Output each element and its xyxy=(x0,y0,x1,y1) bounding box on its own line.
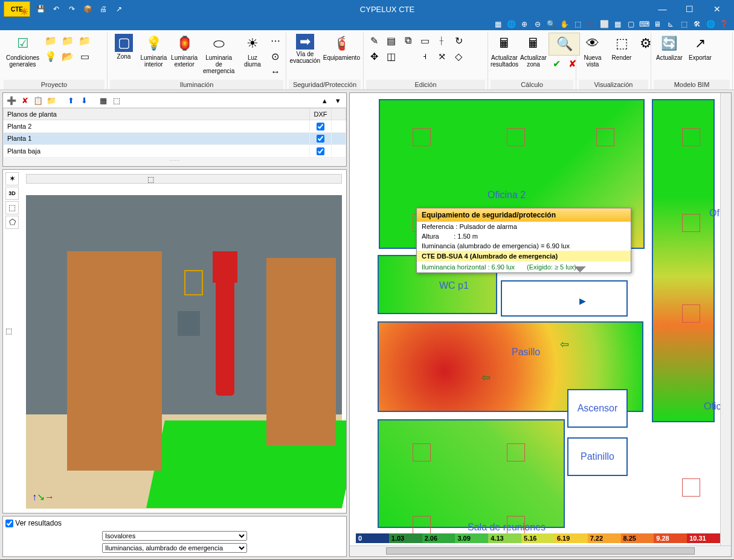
box-icon[interactable]: 📦 xyxy=(81,2,94,16)
equipamiento-button[interactable]: 🧯Equipamiento xyxy=(323,33,361,62)
3d-cube-icon[interactable]: 3D xyxy=(5,187,19,200)
3d-axis-icon[interactable]: ✶ xyxy=(5,172,19,185)
zoom-out-icon[interactable]: ⊖ xyxy=(532,19,543,30)
render-button[interactable]: ⬚Render xyxy=(608,33,636,62)
edit-blank-icon[interactable] xyxy=(400,48,416,64)
redo-icon[interactable]: ↷ xyxy=(65,2,79,16)
edit-copy-icon[interactable]: ⧉ xyxy=(400,33,416,48)
web-icon[interactable]: 🌐 xyxy=(705,19,716,30)
actualizar-zona-button[interactable]: 🖩Actualizarzona xyxy=(520,33,547,69)
nav-first-icon[interactable]: ▦ xyxy=(492,19,503,30)
nueva-vista-button[interactable]: 👁Nuevavista xyxy=(579,33,607,69)
line-icon[interactable]: ↔ xyxy=(268,64,283,80)
plan-up-icon[interactable]: ⬆ xyxy=(65,94,77,106)
edit-layers-icon[interactable]: ▤ xyxy=(383,33,399,48)
layer-icon[interactable]: ▢ xyxy=(625,19,636,30)
folder4-icon[interactable]: 📂 xyxy=(60,48,76,64)
actualizar-resultados-button[interactable]: 🖩Actualizarresultados xyxy=(491,33,518,69)
vertical-scrollbar[interactable] xyxy=(720,93,731,546)
group-bim-label: Modelo BIM xyxy=(654,80,730,89)
app-logo: CTE xyxy=(4,1,30,17)
group-calculo-label: Cálculo xyxy=(491,80,573,89)
grid-icon[interactable]: ▦ xyxy=(612,19,623,30)
plan-grid-icon[interactable]: ▦ xyxy=(97,94,109,106)
save-icon[interactable]: 💾 xyxy=(34,2,47,16)
results-metric-select[interactable]: Iluminancias, alumbrado de emergencia xyxy=(102,543,247,553)
close-button[interactable]: ✕ xyxy=(703,1,730,18)
plan-add-icon[interactable]: ➕ xyxy=(5,94,18,106)
ver-resultados-checkbox[interactable]: Ver resultados xyxy=(5,519,62,527)
edit-shape-icon[interactable]: ◇ xyxy=(451,48,466,64)
folder3-icon[interactable]: 📁 xyxy=(60,33,76,48)
luminaria-exterior-button[interactable]: 🏮Luminariaexterior xyxy=(170,33,199,69)
plan-collapse-down-icon[interactable]: ▾ xyxy=(332,94,344,106)
point-icon[interactable]: ⊙ xyxy=(268,48,283,64)
snap-icon[interactable]: ⬜ xyxy=(599,19,610,30)
help-icon[interactable]: ❓ xyxy=(718,19,729,30)
globe-icon[interactable]: 🌐 xyxy=(506,19,517,30)
title-bar: CTE 💾 ↶ ↷ 📦 🖨 ↗ CYPELUX CTE — ☐ ✕ xyxy=(0,0,734,18)
condiciones-button[interactable]: ☑Condicionesgenerales xyxy=(4,33,42,69)
bim-actualizar-button[interactable]: 🔄Actualizar xyxy=(654,33,685,62)
table-row[interactable]: Planta 1 xyxy=(4,132,346,145)
via-evacuacion-button[interactable]: ➡Vía deevacuación xyxy=(289,33,321,65)
tools-icon[interactable]: 🛠 xyxy=(692,19,703,30)
edit-rect-icon[interactable]: ▭ xyxy=(417,33,433,48)
horizontal-scrollbar[interactable] xyxy=(350,546,731,556)
export-icon[interactable]: ↗ xyxy=(112,2,126,16)
group-proyecto-label: Proyecto xyxy=(4,80,105,89)
3d-toggle-icon[interactable]: ⬚ xyxy=(5,327,12,335)
plan-folder-icon[interactable]: 📁 xyxy=(45,94,57,106)
edit-align-icon[interactable]: ⫞ xyxy=(417,48,433,64)
marker-icon: ▶ xyxy=(579,296,586,306)
bim-exportar-button[interactable]: ↗Exportar xyxy=(686,33,714,62)
plan-copy-icon[interactable]: 📋 xyxy=(32,94,44,106)
magnet-icon[interactable]: ⬚ xyxy=(585,19,596,30)
3d-poly-icon[interactable]: ⬠ xyxy=(5,216,19,229)
monitor-icon[interactable]: 🖥 xyxy=(652,19,663,30)
edit-pencil-icon[interactable]: ✎ xyxy=(366,33,382,48)
pan-icon[interactable]: ✋ xyxy=(559,19,570,30)
plan-qr-icon[interactable]: ⬚ xyxy=(111,94,123,106)
plan-collapse-up-icon[interactable]: ▴ xyxy=(318,94,330,106)
tooltip: Equipamiento de seguridad/protección Ref… xyxy=(416,208,631,273)
highlight-icon[interactable]: ⬚ xyxy=(678,19,689,30)
luminaria-interior-button[interactable]: 💡Luminariainterior xyxy=(139,33,169,69)
results-type-select[interactable]: Isovalores xyxy=(102,531,247,541)
plan-del-icon[interactable]: ✘ xyxy=(19,94,31,106)
edit-rotate-icon[interactable]: ↻ xyxy=(451,33,466,48)
table-row[interactable]: Planta baja xyxy=(4,145,346,158)
dots-icon[interactable]: ⋯ xyxy=(268,33,283,48)
search-button[interactable]: 🔍 xyxy=(549,33,580,56)
zoom-in-icon[interactable]: ⊕ xyxy=(519,19,530,30)
minimize-button[interactable]: — xyxy=(649,1,676,18)
maximize-button[interactable]: ☐ xyxy=(676,1,703,18)
zona-button[interactable]: ▢Zona xyxy=(110,33,138,61)
plan-down-icon[interactable]: ⬇ xyxy=(78,94,90,106)
undo-icon[interactable]: ↶ xyxy=(50,2,63,16)
select-icon[interactable]: ⬚ xyxy=(572,19,583,30)
angle-icon[interactable]: ⊾ xyxy=(665,19,676,30)
luz-diurna-button[interactable]: ☀Luzdiurna xyxy=(239,33,266,69)
plan-view[interactable]: WC p1 Pasillo ⇦ ⇦ Oficina 2 Sala de reun… xyxy=(349,92,732,557)
edit-move-icon[interactable]: ✥ xyxy=(366,48,382,64)
3d-box-icon[interactable]: ⬚ xyxy=(5,201,19,214)
luminaria-emergencia-button[interactable]: ⬭Luminaria deemergencia xyxy=(200,33,237,76)
zoom-fit-icon[interactable]: 🔍 xyxy=(546,19,556,30)
folder1-icon[interactable]: 📁 xyxy=(43,33,59,48)
edit-erase-icon[interactable]: ◫ xyxy=(383,48,399,64)
folder2-icon[interactable]: 💡 xyxy=(43,48,59,64)
check-icon[interactable]: ✔ xyxy=(549,56,564,71)
folder6-icon[interactable]: ▭ xyxy=(77,48,92,64)
print-icon[interactable]: 🖨 xyxy=(97,2,110,16)
keyboard-icon[interactable]: ⌨ xyxy=(639,19,649,30)
dxf-checkbox[interactable] xyxy=(317,147,324,155)
folder5-icon[interactable]: 📁 xyxy=(77,33,92,48)
plan-col-name: Planos de planta xyxy=(4,109,310,120)
dxf-checkbox[interactable] xyxy=(317,135,324,143)
edit-measure-icon[interactable]: ⟊ xyxy=(434,33,449,48)
edit-mirror-icon[interactable]: ⤧ xyxy=(434,48,449,64)
dxf-checkbox[interactable] xyxy=(317,123,324,130)
table-row[interactable]: Planta 2 xyxy=(4,120,346,133)
view-3d[interactable]: ✶ 3D ⬚ ⬠ ⬚ ↑↘→ ⬚ xyxy=(2,169,347,513)
